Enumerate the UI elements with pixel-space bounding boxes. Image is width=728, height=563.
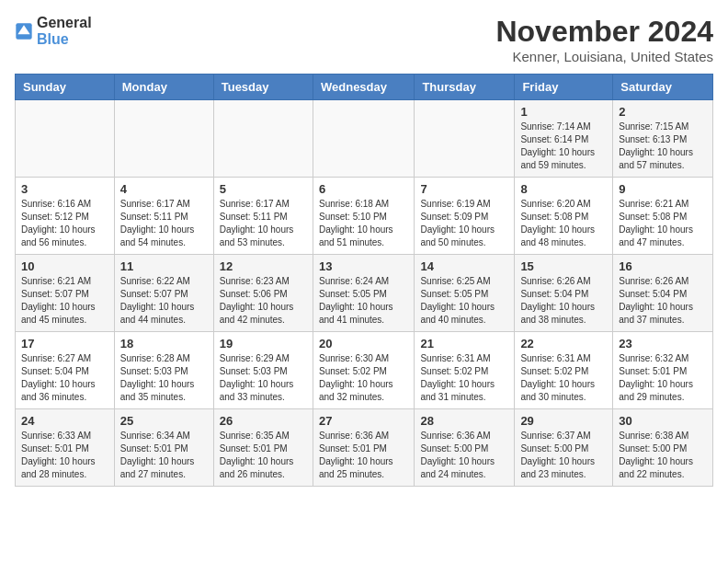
calendar-cell: 26Sunrise: 6:35 AM Sunset: 5:01 PM Dayli… xyxy=(213,409,313,487)
day-number: 19 xyxy=(220,337,307,350)
day-info: Sunrise: 6:32 AM Sunset: 5:01 PM Dayligh… xyxy=(619,352,707,404)
calendar-week-1: 1Sunrise: 7:14 AM Sunset: 6:14 PM Daylig… xyxy=(16,100,713,178)
day-number: 13 xyxy=(319,259,408,273)
calendar-cell: 5Sunrise: 6:17 AM Sunset: 5:11 PM Daylig… xyxy=(213,178,313,255)
day-number: 23 xyxy=(619,337,707,350)
month-title: November 2024 xyxy=(495,15,713,49)
day-info: Sunrise: 6:30 AM Sunset: 5:02 PM Dayligh… xyxy=(319,352,408,404)
day-number: 29 xyxy=(520,414,607,428)
weekday-header-sunday: Sunday xyxy=(16,75,115,100)
day-number: 24 xyxy=(21,414,108,428)
day-number: 26 xyxy=(220,414,307,428)
calendar-cell xyxy=(213,100,313,178)
calendar-cell: 30Sunrise: 6:38 AM Sunset: 5:00 PM Dayli… xyxy=(613,409,713,487)
calendar-cell: 25Sunrise: 6:34 AM Sunset: 5:01 PM Dayli… xyxy=(114,409,213,487)
day-number: 3 xyxy=(21,182,108,196)
day-info: Sunrise: 6:19 AM Sunset: 5:09 PM Dayligh… xyxy=(420,198,508,249)
day-number: 30 xyxy=(619,414,707,428)
calendar-cell: 28Sunrise: 6:36 AM Sunset: 5:00 PM Dayli… xyxy=(415,409,515,487)
calendar-cell: 12Sunrise: 6:23 AM Sunset: 5:06 PM Dayli… xyxy=(213,255,313,332)
day-info: Sunrise: 6:17 AM Sunset: 5:11 PM Dayligh… xyxy=(120,198,208,249)
logo-icon xyxy=(15,22,33,40)
calendar-cell: 13Sunrise: 6:24 AM Sunset: 5:05 PM Dayli… xyxy=(313,255,414,332)
page-header: General Blue November 2024 Kenner, Louis… xyxy=(15,15,713,64)
day-info: Sunrise: 6:29 AM Sunset: 5:03 PM Dayligh… xyxy=(220,352,307,404)
calendar-cell: 19Sunrise: 6:29 AM Sunset: 5:03 PM Dayli… xyxy=(213,332,313,409)
logo-blue-text: Blue xyxy=(37,31,69,47)
day-info: Sunrise: 6:27 AM Sunset: 5:04 PM Dayligh… xyxy=(21,352,108,404)
day-info: Sunrise: 6:26 AM Sunset: 5:04 PM Dayligh… xyxy=(520,275,607,327)
calendar-cell: 15Sunrise: 6:26 AM Sunset: 5:04 PM Dayli… xyxy=(515,255,613,332)
day-info: Sunrise: 6:24 AM Sunset: 5:05 PM Dayligh… xyxy=(319,275,408,327)
day-info: Sunrise: 6:17 AM Sunset: 5:11 PM Dayligh… xyxy=(220,198,307,249)
day-number: 28 xyxy=(420,414,508,428)
day-number: 14 xyxy=(420,259,508,273)
day-number: 1 xyxy=(520,105,607,119)
day-info: Sunrise: 6:21 AM Sunset: 5:08 PM Dayligh… xyxy=(619,198,707,249)
calendar-cell xyxy=(313,100,414,178)
day-number: 27 xyxy=(319,414,408,428)
logo-general-text: General xyxy=(37,15,92,30)
calendar-cell xyxy=(114,100,213,178)
day-number: 8 xyxy=(520,182,607,196)
day-number: 21 xyxy=(420,337,508,350)
day-number: 12 xyxy=(220,259,307,273)
day-number: 18 xyxy=(120,337,208,350)
calendar-week-2: 3Sunrise: 6:16 AM Sunset: 5:12 PM Daylig… xyxy=(16,178,713,255)
day-number: 16 xyxy=(619,259,707,273)
day-number: 10 xyxy=(21,259,108,273)
day-info: Sunrise: 6:36 AM Sunset: 5:00 PM Dayligh… xyxy=(420,430,508,481)
weekday-header-tuesday: Tuesday xyxy=(213,75,313,100)
day-number: 17 xyxy=(21,337,108,350)
day-info: Sunrise: 6:38 AM Sunset: 5:00 PM Dayligh… xyxy=(619,430,707,481)
day-info: Sunrise: 6:28 AM Sunset: 5:03 PM Dayligh… xyxy=(120,352,208,404)
day-number: 15 xyxy=(520,259,607,273)
weekday-header-wednesday: Wednesday xyxy=(313,75,414,100)
day-number: 4 xyxy=(120,182,208,196)
calendar-week-4: 17Sunrise: 6:27 AM Sunset: 5:04 PM Dayli… xyxy=(16,332,713,409)
day-info: Sunrise: 6:26 AM Sunset: 5:04 PM Dayligh… xyxy=(619,275,707,327)
calendar-cell: 29Sunrise: 6:37 AM Sunset: 5:00 PM Dayli… xyxy=(515,409,613,487)
day-number: 11 xyxy=(120,259,208,273)
day-number: 20 xyxy=(319,337,408,350)
calendar-cell: 6Sunrise: 6:18 AM Sunset: 5:10 PM Daylig… xyxy=(313,178,414,255)
day-number: 5 xyxy=(220,182,307,196)
day-info: Sunrise: 6:37 AM Sunset: 5:00 PM Dayligh… xyxy=(520,430,607,481)
calendar-cell: 22Sunrise: 6:31 AM Sunset: 5:02 PM Dayli… xyxy=(515,332,613,409)
weekday-header-thursday: Thursday xyxy=(415,75,515,100)
calendar-cell: 1Sunrise: 7:14 AM Sunset: 6:14 PM Daylig… xyxy=(515,100,613,178)
calendar-table: SundayMondayTuesdayWednesdayThursdayFrid… xyxy=(15,74,713,487)
day-number: 25 xyxy=(120,414,208,428)
day-info: Sunrise: 6:35 AM Sunset: 5:01 PM Dayligh… xyxy=(220,430,307,481)
weekday-header-saturday: Saturday xyxy=(613,75,713,100)
weekday-header-friday: Friday xyxy=(515,75,613,100)
day-number: 2 xyxy=(619,105,707,119)
calendar-cell xyxy=(16,100,115,178)
title-block: November 2024 Kenner, Louisiana, United … xyxy=(495,15,713,64)
calendar-cell: 16Sunrise: 6:26 AM Sunset: 5:04 PM Dayli… xyxy=(613,255,713,332)
day-number: 7 xyxy=(420,182,508,196)
day-info: Sunrise: 6:20 AM Sunset: 5:08 PM Dayligh… xyxy=(520,198,607,249)
logo: General Blue xyxy=(15,15,92,48)
calendar-cell: 14Sunrise: 6:25 AM Sunset: 5:05 PM Dayli… xyxy=(415,255,515,332)
calendar-cell: 18Sunrise: 6:28 AM Sunset: 5:03 PM Dayli… xyxy=(114,332,213,409)
location-subtitle: Kenner, Louisiana, United States xyxy=(495,49,713,64)
day-info: Sunrise: 6:21 AM Sunset: 5:07 PM Dayligh… xyxy=(21,275,108,327)
calendar-cell: 4Sunrise: 6:17 AM Sunset: 5:11 PM Daylig… xyxy=(114,178,213,255)
calendar-cell: 9Sunrise: 6:21 AM Sunset: 5:08 PM Daylig… xyxy=(613,178,713,255)
calendar-cell: 8Sunrise: 6:20 AM Sunset: 5:08 PM Daylig… xyxy=(515,178,613,255)
day-info: Sunrise: 6:25 AM Sunset: 5:05 PM Dayligh… xyxy=(420,275,508,327)
day-info: Sunrise: 6:22 AM Sunset: 5:07 PM Dayligh… xyxy=(120,275,208,327)
calendar-cell: 21Sunrise: 6:31 AM Sunset: 5:02 PM Dayli… xyxy=(415,332,515,409)
calendar-cell: 2Sunrise: 7:15 AM Sunset: 6:13 PM Daylig… xyxy=(613,100,713,178)
calendar-cell: 17Sunrise: 6:27 AM Sunset: 5:04 PM Dayli… xyxy=(16,332,115,409)
day-number: 9 xyxy=(619,182,707,196)
day-info: Sunrise: 6:31 AM Sunset: 5:02 PM Dayligh… xyxy=(420,352,508,404)
calendar-cell: 3Sunrise: 6:16 AM Sunset: 5:12 PM Daylig… xyxy=(16,178,115,255)
calendar-cell: 7Sunrise: 6:19 AM Sunset: 5:09 PM Daylig… xyxy=(415,178,515,255)
day-info: Sunrise: 7:15 AM Sunset: 6:13 PM Dayligh… xyxy=(619,121,707,172)
calendar-cell: 20Sunrise: 6:30 AM Sunset: 5:02 PM Dayli… xyxy=(313,332,414,409)
day-number: 6 xyxy=(319,182,408,196)
weekday-header-monday: Monday xyxy=(114,75,213,100)
calendar-week-3: 10Sunrise: 6:21 AM Sunset: 5:07 PM Dayli… xyxy=(16,255,713,332)
